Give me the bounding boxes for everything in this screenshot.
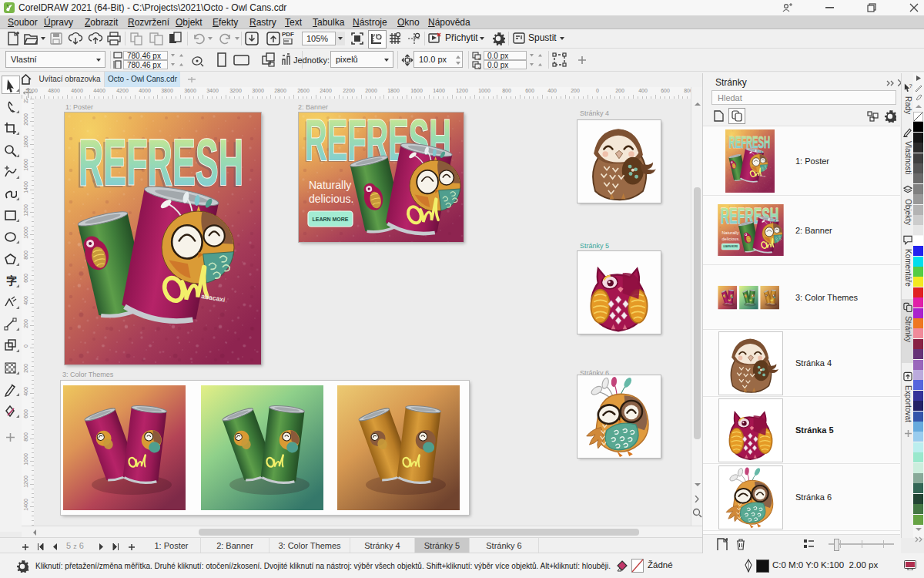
svg-text:y: y <box>478 66 480 69</box>
svg-text:字: 字 <box>6 274 17 287</box>
svg-text:x: x <box>478 56 480 60</box>
svg-text:?: ? <box>909 82 912 89</box>
